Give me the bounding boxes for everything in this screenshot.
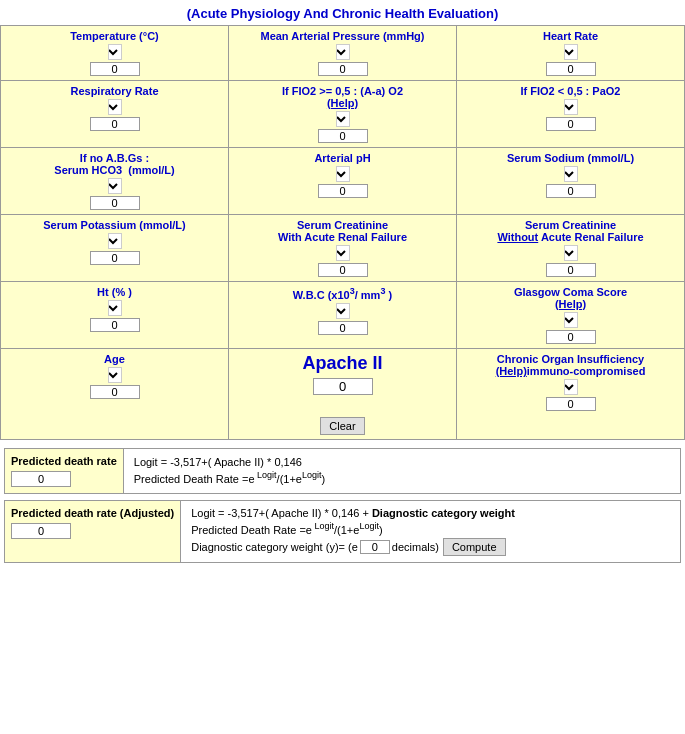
creatinine-without-input[interactable] [546,263,596,277]
fio2-low-input[interactable] [546,117,596,131]
age-input[interactable] [90,385,140,399]
glasgow-input[interactable] [546,330,596,344]
serum-sodium-label: Serum Sodium (mmol/L) [463,152,678,164]
creatinine-with-dropdown[interactable]: ▼ [336,245,350,261]
respiratory-rate-dropdown[interactable]: ▼ [108,99,122,115]
adjusted-label: Predicted death rate (Adjusted) [11,507,174,519]
serum-hco3-dropdown[interactable]: ▼ [108,178,122,194]
wbc-label: W.B.C (x103/ mm3 ) [235,286,450,301]
fio2-low-dropdown[interactable]: ▼ [564,99,578,115]
fio2-high-help-link[interactable]: (Help) [327,97,358,109]
serum-sodium-input[interactable] [546,184,596,198]
adjusted-formula-panel: Logit = -3,517+( Apache II) * 0,146 + Di… [181,501,680,562]
glasgow-help-link[interactable]: (Help) [555,298,586,310]
fio2-low-label: If FIO2 < 0,5 : PaO2 [463,85,678,97]
temperature-label: Temperature (°C) [7,30,222,42]
adjusted-formula3: Diagnostic category weight (y)= (e decim… [191,538,670,556]
fio2-high-dropdown[interactable]: ▼ [336,111,350,127]
compute-button[interactable]: Compute [443,538,506,556]
diag-weight-input[interactable] [360,540,390,554]
chronic-organ-input[interactable] [546,397,596,411]
fio2-high-label: If FIO2 >= 0,5 : (A-a) O2 (Help) [235,85,450,109]
adjusted-left-panel: Predicted death rate (Adjusted) [5,501,181,562]
ht-label: Ht (% ) [7,286,222,298]
heart-rate-dropdown[interactable]: ▼ [564,44,578,60]
serum-potassium-input[interactable] [90,251,140,265]
arterial-ph-input[interactable] [318,184,368,198]
predicted-formula1: Logit = -3,517+( Apache II) * 0,146 [134,456,325,468]
adjusted-death-section: Predicted death rate (Adjusted) Logit = … [4,500,681,563]
mean-arterial-label: Mean Arterial Pressure (mmHg) [235,30,450,42]
temperature-dropdown[interactable]: ▼ [108,44,122,60]
predicted-value-input[interactable] [11,471,71,487]
main-grid: Temperature (°C) ▼ Mean Arterial Pressur… [0,25,685,440]
chronic-organ-dropdown[interactable]: ▼ [564,379,578,395]
creatinine-without-dropdown[interactable]: ▼ [564,245,578,261]
age-label: Age [7,353,222,365]
ht-input[interactable] [90,318,140,332]
wbc-input[interactable] [318,321,368,335]
heart-rate-input[interactable] [546,62,596,76]
fio2-high-input[interactable] [318,129,368,143]
chronic-organ-label: Chronic Organ Insufficiency (Help)immuno… [463,353,678,377]
glasgow-label: Glasgow Coma Score (Help) [463,286,678,310]
glasgow-dropdown[interactable]: ▼ [564,312,578,328]
predicted-formula2: Predicted Death Rate =e Logit/(1+eLogit) [134,470,325,485]
adjusted-formula2: Predicted Death Rate =e Logit/(1+eLogit) [191,521,670,536]
chronic-organ-help-link[interactable]: (Help) [496,365,527,377]
apache-title: Apache II [302,353,382,373]
respiratory-rate-input[interactable] [90,117,140,131]
page-title: (Acute Physiology And Chronic Health Eva… [0,0,685,25]
arterial-ph-dropdown[interactable]: ▼ [336,166,350,182]
serum-hco3-input[interactable] [90,196,140,210]
adjusted-formula1: Logit = -3,517+( Apache II) * 0,146 + Di… [191,507,670,519]
adjusted-value-input[interactable] [11,523,71,539]
mean-arterial-input[interactable] [318,62,368,76]
predicted-death-section: Predicted death rate Logit = -3,517+( Ap… [4,448,681,494]
apache-input[interactable] [313,378,373,395]
predicted-formula-panel: Logit = -3,517+( Apache II) * 0,146 Pred… [124,449,335,493]
ht-dropdown[interactable]: ▼ [108,300,122,316]
age-dropdown[interactable]: ▼ [108,367,122,383]
wbc-dropdown[interactable]: ▼ [336,303,350,319]
serum-hco3-label: If no A.B.Gs :Serum HCO3 (mmol/L) [7,152,222,176]
arterial-ph-label: Arterial pH [235,152,450,164]
serum-sodium-dropdown[interactable]: ▼ [564,166,578,182]
heart-rate-label: Heart Rate [463,30,678,42]
predicted-label: Predicted death rate [11,455,117,467]
mean-arterial-dropdown[interactable]: ▼ [336,44,350,60]
temperature-input[interactable] [90,62,140,76]
clear-button[interactable]: Clear [320,417,364,435]
serum-potassium-dropdown[interactable]: ▼ [108,233,122,249]
creatinine-with-label: Serum Creatinine With Acute Renal Failur… [235,219,450,243]
creatinine-with-input[interactable] [318,263,368,277]
respiratory-rate-label: Respiratory Rate [7,85,222,97]
creatinine-without-label: Serum Creatinine Without Acute Renal Fai… [463,219,678,243]
serum-potassium-label: Serum Potassium (mmol/L) [7,219,222,231]
predicted-left-panel: Predicted death rate [5,449,124,493]
